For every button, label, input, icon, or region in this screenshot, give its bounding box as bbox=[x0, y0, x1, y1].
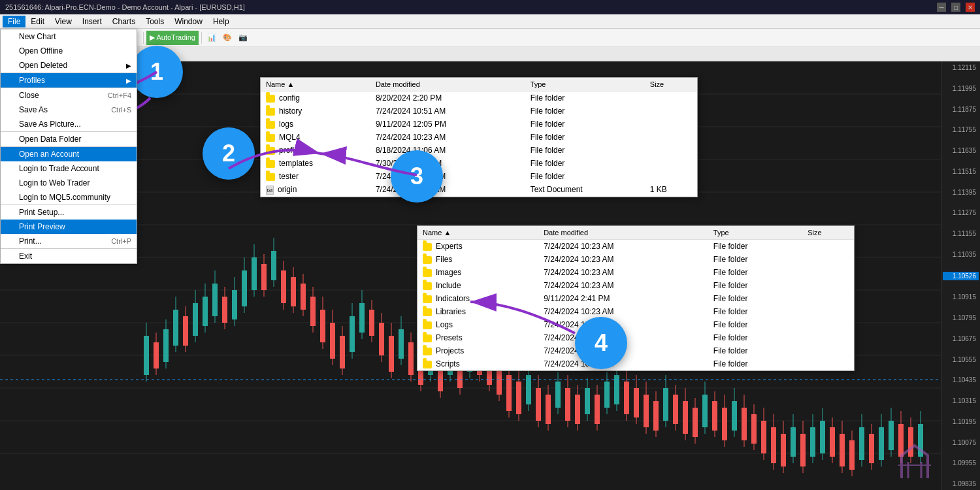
table-row[interactable]: templates7/30/2024 3:38 PMFile folder bbox=[261, 157, 697, 170]
col-date-b[interactable]: Date modified bbox=[538, 226, 708, 240]
table-row[interactable]: config8/20/2024 2:20 PMFile folder bbox=[261, 91, 697, 105]
col-date[interactable]: Date modified bbox=[370, 78, 525, 91]
table-row[interactable]: Images7/24/2024 10:23 AMFile folder bbox=[417, 266, 854, 279]
file-size bbox=[802, 253, 854, 266]
price-1.10075: 1.10075 bbox=[943, 439, 979, 446]
table-row[interactable]: Presets7/24/2024 10:23 AMFile folder bbox=[417, 331, 854, 344]
table-row[interactable]: Libraries7/24/2024 10:23 AMFile folder bbox=[417, 305, 854, 318]
menu-item-new-chart[interactable]: New Chart bbox=[1, 29, 137, 44]
menu-item-login-trade[interactable]: Login to Trade Account bbox=[1, 161, 137, 176]
table-row[interactable]: txtorigin7/24/2024 10:23 AMText Document… bbox=[261, 183, 697, 197]
menu-help[interactable]: Help bbox=[208, 16, 235, 27]
menu-view[interactable]: View bbox=[50, 16, 77, 27]
table-row[interactable]: logs9/11/2024 12:05 PMFile folder bbox=[261, 118, 697, 131]
table-row[interactable]: Files7/24/2024 10:23 AMFile folder bbox=[417, 253, 854, 266]
menu-item-open-account[interactable]: Open an Account bbox=[1, 147, 137, 161]
file-type: File folder bbox=[525, 144, 645, 157]
menu-item-login-mql5[interactable]: Login to MQL5.community bbox=[1, 190, 137, 204]
file-size bbox=[802, 331, 854, 344]
col-name-b[interactable]: Name ▲ bbox=[417, 226, 538, 240]
file-type: File folder bbox=[708, 344, 802, 357]
menu-item-print-preview[interactable]: Print Preview bbox=[1, 220, 137, 234]
file-name: origin bbox=[278, 185, 297, 194]
screenshot-button[interactable]: 📷 bbox=[236, 31, 250, 45]
maximize-button[interactable]: □ bbox=[951, 3, 960, 12]
file-date: 7/24/2024 10:23 AM bbox=[538, 279, 708, 292]
file-name: Projects bbox=[436, 346, 464, 355]
menu-item-login-web[interactable]: Login to Web Trader bbox=[1, 176, 137, 190]
price-1.11875: 1.11875 bbox=[943, 106, 979, 113]
close-button[interactable]: ✕ bbox=[966, 3, 975, 12]
price-1.10555: 1.10555 bbox=[943, 356, 979, 363]
menu-item-open-offline[interactable]: Open Offline bbox=[1, 44, 137, 58]
menu-item-print-setup[interactable]: Print Setup... bbox=[1, 205, 137, 220]
file-name: Libraries bbox=[436, 307, 466, 316]
file-table-top: Name ▲ Date modified Type Size config8/2… bbox=[261, 78, 697, 197]
color-button[interactable]: 🎨 bbox=[220, 31, 235, 45]
price-axis: 1.12115 1.11995 1.11875 1.11755 1.11635 … bbox=[941, 61, 980, 490]
price-1.11155: 1.11155 bbox=[943, 230, 979, 237]
folder-icon bbox=[423, 269, 432, 277]
file-type: File folder bbox=[708, 253, 802, 266]
file-type: File folder bbox=[525, 118, 645, 131]
col-type-b[interactable]: Type bbox=[708, 226, 802, 240]
indicator-button[interactable]: 📊 bbox=[204, 31, 219, 45]
explorer-window-top: Name ▲ Date modified Type Size config8/2… bbox=[260, 77, 698, 197]
menu-file[interactable]: File bbox=[3, 16, 25, 27]
minimize-button[interactable]: ─ bbox=[937, 3, 946, 12]
table-row[interactable]: Logs7/24/2024 10:23 AMFile folder bbox=[417, 318, 854, 331]
folder-icon bbox=[266, 121, 275, 129]
table-row[interactable]: history7/24/2024 10:51 AMFile folder bbox=[261, 105, 697, 118]
file-size bbox=[645, 105, 697, 118]
file-table-bottom: Name ▲ Date modified Type Size Experts7/… bbox=[417, 226, 854, 370]
folder-icon bbox=[423, 243, 432, 251]
price-1.10195: 1.10195 bbox=[943, 418, 979, 425]
menu-item-save-as-picture[interactable]: Save As Picture... bbox=[1, 117, 137, 131]
folder-icon bbox=[423, 321, 432, 329]
file-name: Presets bbox=[436, 333, 463, 342]
menu-window[interactable]: Window bbox=[169, 16, 208, 27]
table-row[interactable]: MQL47/24/2024 10:23 AMFile folder bbox=[261, 131, 697, 144]
menu-item-exit[interactable]: Exit bbox=[1, 249, 137, 263]
menu-insert[interactable]: Insert bbox=[77, 16, 107, 27]
autotrading-icon[interactable]: ▶ AutoTrading bbox=[146, 31, 199, 45]
file-size bbox=[802, 279, 854, 292]
col-name[interactable]: Name ▲ bbox=[261, 78, 370, 91]
file-icon: txt bbox=[266, 186, 274, 195]
menu-item-open-deleted[interactable]: Open Deleted ▶ bbox=[1, 58, 137, 73]
toolbar-separator-5 bbox=[201, 32, 202, 44]
file-type: File folder bbox=[708, 279, 802, 292]
menu-edit[interactable]: Edit bbox=[25, 16, 50, 27]
table-row[interactable]: Indicators9/11/2024 2:41 PMFile folder bbox=[417, 292, 854, 305]
price-1.09955: 1.09955 bbox=[943, 459, 979, 466]
menu-item-profiles[interactable]: Profiles ▶ bbox=[1, 73, 137, 88]
file-size bbox=[802, 344, 854, 357]
file-type: File folder bbox=[525, 157, 645, 170]
table-row[interactable]: Scripts7/24/2024 10:23 AMFile folder bbox=[417, 357, 854, 370]
file-type: File folder bbox=[525, 105, 645, 118]
menu-item-open-data-folder[interactable]: Open Data Folder bbox=[1, 132, 137, 146]
col-type[interactable]: Type bbox=[525, 78, 645, 91]
menu-tools[interactable]: Tools bbox=[140, 16, 169, 27]
menu-charts[interactable]: Charts bbox=[107, 16, 140, 27]
file-size bbox=[645, 131, 697, 144]
folder-icon bbox=[423, 295, 432, 303]
table-row[interactable]: Include7/24/2024 10:23 AMFile folder bbox=[417, 279, 854, 292]
col-size-b[interactable]: Size bbox=[802, 226, 854, 240]
file-size bbox=[645, 157, 697, 170]
table-row[interactable]: tester7/24/2024 10:51 AMFile folder bbox=[261, 170, 697, 183]
file-name: config bbox=[279, 93, 300, 103]
folder-icon bbox=[423, 335, 432, 342]
menu-item-save-as[interactable]: Save As Ctrl+S bbox=[1, 103, 137, 117]
table-row[interactable]: profiles8/18/2024 11:06 AMFile folder bbox=[261, 144, 697, 157]
menu-item-print[interactable]: Print... Ctrl+P bbox=[1, 234, 137, 248]
menu-item-close[interactable]: Close Ctrl+F4 bbox=[1, 88, 137, 103]
col-size[interactable]: Size bbox=[645, 78, 697, 91]
file-type: File folder bbox=[525, 170, 645, 183]
table-row[interactable]: Projects7/24/2024 10:23 AMFile folder bbox=[417, 344, 854, 357]
folder-icon bbox=[266, 95, 275, 103]
file-date: 8/20/2024 2:20 PM bbox=[370, 91, 525, 105]
alpari-watermark bbox=[895, 442, 934, 483]
file-name: Files bbox=[436, 255, 452, 264]
table-row[interactable]: Experts7/24/2024 10:23 AMFile folder bbox=[417, 240, 854, 253]
